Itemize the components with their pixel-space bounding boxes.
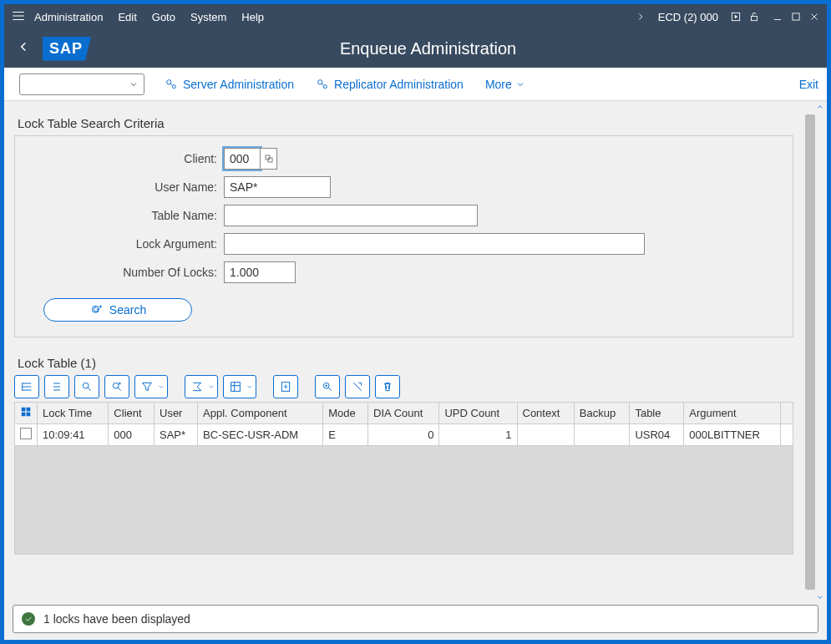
total-button[interactable] xyxy=(185,375,218,398)
title-bar: SAP Enqueue Administration xyxy=(4,29,827,68)
cell-arg: 000LBITTNER xyxy=(684,424,780,446)
scroll-up-icon[interactable] xyxy=(816,103,824,111)
arg-label: Lock Argument: xyxy=(32,237,224,251)
table-row[interactable]: 10:09:41 000 SAP* BC-SEC-USR-ADM E 0 1 U… xyxy=(15,424,793,446)
table-header-row: Lock Time Client User Appl. Component Mo… xyxy=(15,403,793,424)
success-icon xyxy=(22,612,35,626)
col-spacer xyxy=(780,403,793,424)
table-empty-area xyxy=(14,446,793,555)
scroll-down-icon[interactable] xyxy=(816,593,824,601)
user-label: User Name: xyxy=(32,180,224,194)
cell-ctx xyxy=(517,424,574,446)
search-button-label: Search xyxy=(109,303,146,317)
menu-edit[interactable]: Edit xyxy=(118,11,136,23)
unlock-icon[interactable] xyxy=(748,11,760,23)
select-all-header[interactable] xyxy=(15,403,38,424)
server-admin-label: Server Administration xyxy=(183,78,294,91)
svg-point-3 xyxy=(167,79,171,84)
minimize-icon[interactable] xyxy=(772,11,783,23)
content-area: Lock Table Search Criteria Client: User … xyxy=(4,101,827,640)
status-bar: 1 locks have been displayed xyxy=(13,605,818,633)
cell-client: 000 xyxy=(109,424,155,446)
close-icon[interactable] xyxy=(808,11,820,23)
svg-rect-15 xyxy=(22,408,26,412)
table-field[interactable] xyxy=(224,205,478,226)
exit-link[interactable]: Exit xyxy=(799,78,818,91)
status-text: 1 locks have been displayed xyxy=(43,612,190,626)
chevron-right-icon[interactable] xyxy=(635,11,646,23)
search-button[interactable]: Search xyxy=(43,298,192,322)
col-client[interactable]: Client xyxy=(109,403,155,424)
layout-button[interactable] xyxy=(223,375,256,398)
cell-tbl: USR04 xyxy=(630,424,684,446)
col-argument[interactable]: Argument xyxy=(684,403,780,424)
svg-point-10 xyxy=(83,383,89,388)
cell-upd: 1 xyxy=(439,424,517,446)
search-section-title: Lock Table Search Criteria xyxy=(18,116,817,130)
sort-button[interactable] xyxy=(44,375,69,398)
client-f4-button[interactable] xyxy=(261,148,277,170)
col-upd[interactable]: UPD Count xyxy=(439,403,517,424)
svg-rect-16 xyxy=(27,408,31,412)
col-dia[interactable]: DIA Count xyxy=(368,403,439,424)
col-lock-time[interactable]: Lock Time xyxy=(38,403,109,424)
svg-rect-7 xyxy=(266,155,270,160)
hamburger-icon[interactable] xyxy=(11,8,26,26)
cell-comp: BC-SEC-USR-ADM xyxy=(198,424,323,446)
arg-field[interactable] xyxy=(224,233,645,255)
col-table[interactable]: Table xyxy=(630,403,684,424)
transaction-combo[interactable] xyxy=(19,74,144,95)
num-label: Number Of Locks: xyxy=(32,266,224,279)
svg-rect-12 xyxy=(231,383,241,392)
client-field[interactable] xyxy=(224,148,261,170)
row-checkbox[interactable] xyxy=(20,428,32,439)
server-admin-link[interactable]: Server Administration xyxy=(165,78,294,91)
svg-rect-8 xyxy=(268,158,272,162)
col-backup[interactable]: Backup xyxy=(574,403,630,424)
cell-dia: 0 xyxy=(368,424,439,446)
col-component[interactable]: Appl. Component xyxy=(198,403,323,424)
menu-goto[interactable]: Goto xyxy=(152,11,175,23)
svg-point-6 xyxy=(323,84,327,88)
delete-button[interactable] xyxy=(375,375,400,398)
menu-bar: Administration Edit Goto System Help ECD… xyxy=(4,4,827,29)
col-user[interactable]: User xyxy=(155,403,198,424)
table-section-title: Lock Table (1) xyxy=(18,356,793,370)
col-mode[interactable]: Mode xyxy=(323,403,368,424)
system-id: ECD (2) 000 xyxy=(658,11,718,23)
menu-help[interactable]: Help xyxy=(241,11,264,23)
col-context[interactable]: Context xyxy=(517,403,574,424)
svg-point-4 xyxy=(172,84,175,88)
page-title: Enqueue Administration xyxy=(91,39,765,58)
maximize-icon[interactable] xyxy=(790,11,802,23)
cell-user: SAP* xyxy=(155,424,198,446)
export-button[interactable] xyxy=(273,375,298,398)
filter-button[interactable] xyxy=(134,375,168,398)
find-button[interactable] xyxy=(74,375,99,398)
details-button[interactable] xyxy=(14,375,39,398)
app-toolbar: Server Administration Replicator Adminis… xyxy=(4,68,827,101)
sap-logo: SAP xyxy=(43,37,91,61)
replicator-admin-label: Replicator Administration xyxy=(334,78,464,91)
menu-system[interactable]: System xyxy=(190,11,226,23)
table-label: Table Name: xyxy=(32,209,224,222)
back-button[interactable] xyxy=(16,39,31,58)
refresh-button[interactable] xyxy=(345,375,370,398)
menu-administration[interactable]: Administration xyxy=(34,11,103,23)
num-field[interactable] xyxy=(224,261,296,283)
cell-bkp xyxy=(574,424,630,446)
find-next-button[interactable] xyxy=(104,375,129,398)
user-field[interactable] xyxy=(224,176,331,198)
svg-rect-2 xyxy=(793,13,799,20)
more-label: More xyxy=(485,78,512,91)
cell-mode: E xyxy=(323,424,368,446)
play-icon[interactable] xyxy=(730,11,742,23)
svg-rect-1 xyxy=(752,16,758,20)
more-menu[interactable]: More xyxy=(485,78,530,91)
replicator-admin-link[interactable]: Replicator Administration xyxy=(316,78,464,91)
zoom-button[interactable] xyxy=(315,375,340,398)
client-label: Client: xyxy=(32,152,224,165)
table-toolbar xyxy=(14,375,793,398)
search-panel: Client: User Name: Table Name: Lock Argu… xyxy=(14,135,793,337)
vertical-scrollbar[interactable] xyxy=(805,114,815,590)
